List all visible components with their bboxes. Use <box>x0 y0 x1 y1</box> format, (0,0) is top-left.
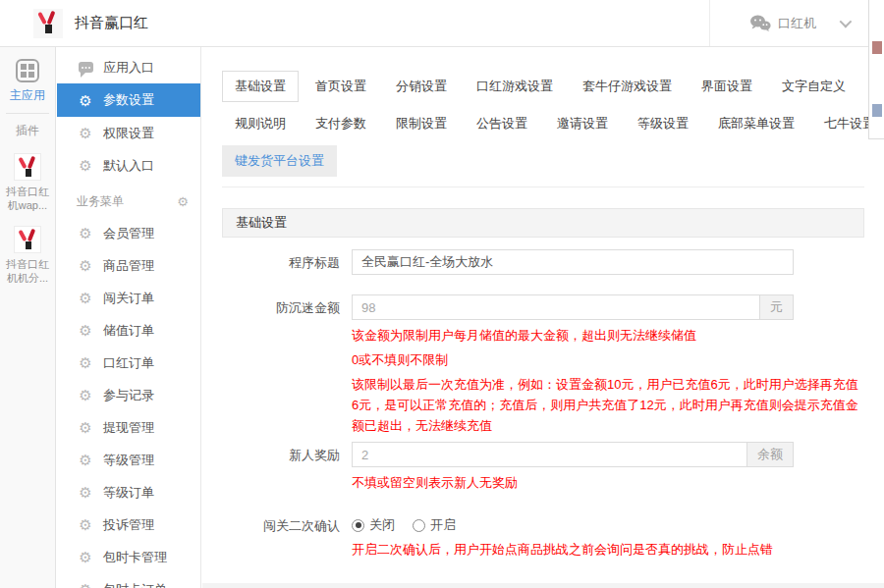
sidebar-item-label: 投诉管理 <box>103 516 154 534</box>
tab-text-custom[interactable]: 文字自定义 <box>769 71 858 102</box>
tab-announcement-settings[interactable]: 公告设置 <box>464 108 540 139</box>
clipped-glyph-blue <box>872 104 882 117</box>
gear-icon: ⚙ <box>77 258 94 273</box>
header-right: 口红机 <box>709 0 862 46</box>
tab-row-2: 规则说明 支付参数 限制设置 公告设置 邀请设置 等级设置 底部菜单设置 七牛设… <box>222 108 864 139</box>
newcomer-reward-input[interactable] <box>352 442 747 467</box>
tab-interface-settings[interactable]: 界面设置 <box>689 71 765 102</box>
sidebar-item-label: 闯关订单 <box>103 290 154 307</box>
app-logo-icon <box>33 9 63 38</box>
sidebar-item-level-orders[interactable]: ⚙等级订单 <box>57 476 200 508</box>
anti-addiction-input[interactable] <box>352 294 760 320</box>
form-row-second-confirm: 闯关二次确认 关闭 开启 开启二次确认后，用户开始点商品挑战之前会询问是否真的挑… <box>222 512 864 560</box>
tab-distribution-settings[interactable]: 分销设置 <box>383 71 460 102</box>
sidebar-item-complaint-mgmt[interactable]: ⚙投诉管理 <box>57 508 200 541</box>
sidebar-item-timecard-mgmt[interactable]: ⚙包时卡管理 <box>57 541 200 573</box>
main-app-grid-icon[interactable] <box>16 59 39 82</box>
sidebar-item-permission-settings[interactable]: ⚙ 权限设置 <box>57 117 200 149</box>
tab-basic-settings[interactable]: 基础设置 <box>222 71 299 102</box>
radio-off-label[interactable]: 关闭 <box>369 516 395 534</box>
sidebar-item-label: 包时卡管理 <box>103 549 167 566</box>
gear-icon: ⚙ <box>77 93 94 108</box>
tab-home-settings[interactable]: 首页设置 <box>303 71 379 102</box>
plugin-icon-fenxiao[interactable] <box>14 226 41 253</box>
sidebar-item-timecard-orders[interactable]: ⚙包时卡订单 <box>57 573 200 588</box>
plugin-icon-wap[interactable] <box>14 153 41 181</box>
sidebar-item-product-mgmt[interactable]: ⚙商品管理 <box>57 249 200 282</box>
main-content: 基础设置 首页设置 分销设置 口红游戏设置 套牛仔游戏设置 界面设置 文字自定义… <box>202 47 884 588</box>
account-menu[interactable]: 口红机 <box>710 15 838 32</box>
rail-plugins-label: 插件 <box>0 123 55 139</box>
sidebar-item-challenge-orders[interactable]: ⚙闯关订单 <box>57 282 200 314</box>
gear-icon: ⚙ <box>77 453 94 467</box>
sidebar-item-label: 等级管理 <box>103 452 154 469</box>
program-title-input[interactable] <box>352 249 794 275</box>
sidebar-item-member-mgmt[interactable]: ⚙会员管理 <box>57 217 200 249</box>
app-title: 抖音赢口红 <box>75 14 148 32</box>
help-text: 不填或留空则表示新人无奖励 <box>352 472 864 493</box>
radio-off-selected[interactable] <box>352 519 364 532</box>
rail-divider <box>6 113 49 114</box>
tab-cowboy-game-settings[interactable]: 套牛仔游戏设置 <box>570 71 685 102</box>
account-dropdown-button[interactable] <box>838 16 862 30</box>
sidebar-item-label: 包时卡订单 <box>103 581 167 588</box>
sidebar-item-default-entry[interactable]: ⚙ 默认入口 <box>57 149 200 182</box>
form-row-program-title: 程序标题 <box>222 249 864 275</box>
field-label: 新人奖励 <box>222 442 352 493</box>
sidebar-item-label: 口红订单 <box>103 354 154 372</box>
app-rail: 主应用 插件 抖音口红 机wap... 抖音口红 机机分... <box>0 47 56 588</box>
rail-main-app[interactable]: 主应用 <box>0 87 55 104</box>
tab-payment-params[interactable]: 支付参数 <box>303 108 379 139</box>
basic-settings-panel: 基础设置 程序标题 防沉迷金额 元 该金额为限 <box>222 208 864 588</box>
sidebar-item-withdrawal-mgmt[interactable]: ⚙提现管理 <box>57 411 200 444</box>
radio-on-label[interactable]: 开启 <box>430 516 456 534</box>
tab-lipstick-game-settings[interactable]: 口红游戏设置 <box>464 71 566 102</box>
sidebar-item-stored-value-orders[interactable]: ⚙储值订单 <box>57 314 200 347</box>
help-text: 0或不填则不限制 <box>352 349 864 370</box>
sidebar-item-label: 储值订单 <box>103 322 154 340</box>
gear-icon: ⚙ <box>77 291 94 305</box>
form-row-anti-addiction: 防沉迷金额 元 该金额为限制用户每月储值的最大金额，超出则无法继续储值 0或不填… <box>222 294 864 436</box>
tab-bottom-menu-settings[interactable]: 底部菜单设置 <box>705 108 807 139</box>
tab-rules[interactable]: 规则说明 <box>222 108 299 139</box>
sidebar-item-participation-records[interactable]: ⚙参与记录 <box>57 379 200 411</box>
chevron-down-icon <box>840 16 853 28</box>
gear-icon: ⚙ <box>77 323 94 338</box>
tab-limit-settings[interactable]: 限制设置 <box>383 108 460 139</box>
gear-icon: ⚙ <box>77 485 94 500</box>
tab-row-3: 键发货平台设置 <box>222 145 864 177</box>
gear-icon: ⚙ <box>77 517 94 532</box>
bottom-strip <box>202 583 884 588</box>
sidebar-item-label: 参数设置 <box>103 91 154 109</box>
gear-icon: ⚙ <box>77 126 94 140</box>
section-label: 业务菜单 <box>77 193 177 210</box>
plugin-name-wap[interactable]: 抖音口红 机wap... <box>0 185 55 212</box>
gear-icon: ⚙ <box>77 388 94 402</box>
field-label: 闯关二次确认 <box>222 512 352 560</box>
sidebar-section-business-menu: 业务菜单 ⚙ <box>57 186 200 217</box>
sidebar-item-app-entry[interactable]: 应用入口 <box>57 51 200 83</box>
clipped-side-widget[interactable] <box>868 0 884 139</box>
sidebar-item-parameter-settings[interactable]: ⚙ 参数设置 <box>57 83 200 117</box>
gear-icon: ⚙ <box>77 582 94 588</box>
field-label: 防沉迷金额 <box>222 294 352 436</box>
wechat-icon <box>749 15 771 31</box>
help-text: 开启二次确认后，用户开始点商品挑战之前会询问是否真的挑战，防止点错 <box>352 539 864 560</box>
gear-icon: ⚙ <box>77 420 94 435</box>
sidebar-item-level-mgmt[interactable]: ⚙等级管理 <box>57 444 200 476</box>
sidebar-item-label: 提现管理 <box>103 419 154 437</box>
tab-invite-settings[interactable]: 邀请设置 <box>544 108 621 139</box>
tab-row-1: 基础设置 首页设置 分销设置 口红游戏设置 套牛仔游戏设置 界面设置 文字自定义… <box>222 71 864 102</box>
radio-on[interactable] <box>413 519 425 532</box>
settings-tabs: 基础设置 首页设置 分销设置 口红游戏设置 套牛仔游戏设置 界面设置 文字自定义… <box>222 71 864 187</box>
sidebar-item-lipstick-orders[interactable]: ⚙口红订单 <box>57 347 200 379</box>
tab-shipping-platform-settings[interactable]: 键发货平台设置 <box>222 145 337 177</box>
clipped-glyph-red <box>872 41 882 54</box>
panel-title: 基础设置 <box>222 208 864 238</box>
tab-level-settings[interactable]: 等级设置 <box>625 108 701 139</box>
sidebar-item-label: 参与记录 <box>103 387 154 404</box>
section-gear-icon[interactable]: ⚙ <box>177 194 189 209</box>
plugin-name-fenxiao[interactable]: 抖音口红 机机分... <box>0 257 55 285</box>
unit-addon-balance: 余额 <box>747 442 794 467</box>
sidebar-item-label: 会员管理 <box>103 225 154 242</box>
